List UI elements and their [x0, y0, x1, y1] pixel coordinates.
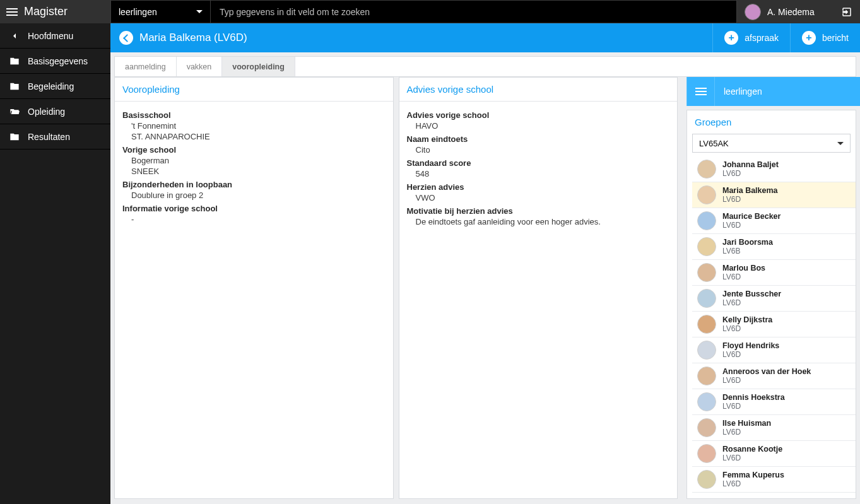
- plus-icon: +: [724, 31, 738, 45]
- field-label: Informatie vorige school: [122, 204, 386, 213]
- student-class: LV6D: [722, 298, 781, 307]
- student-row[interactable]: Maurice BeckerLV6D: [692, 208, 856, 233]
- student-row[interactable]: Dennis HoekstraLV6D: [692, 389, 856, 414]
- student-name: Anneroos van der Hoek: [722, 367, 811, 376]
- search-area: leerlingen: [110, 0, 737, 23]
- field-value: VWO: [416, 193, 670, 202]
- tab-vakken[interactable]: vakken: [177, 57, 223, 76]
- sidebar-item-label: Opleiding: [28, 107, 65, 117]
- student-row[interactable]: Ilse HuismanLV6D: [692, 414, 856, 440]
- field-label: Naam eindtoets: [407, 134, 670, 144]
- student-row[interactable]: Johanna BaljetLV6D: [692, 156, 856, 182]
- student-row[interactable]: Jente BusscherLV6D: [692, 285, 856, 311]
- field-label: Herzien advies: [407, 182, 670, 192]
- student-list[interactable]: Johanna BaljetLV6DMaria BalkemaLV6DMauri…: [692, 156, 856, 493]
- sidebar-item-label: Begeleiding: [28, 81, 74, 91]
- panel-advies: Advies vorige school Advies vorige schoo…: [399, 77, 678, 499]
- right-rail: leerlingen Groepen LV65AK Johanna Baljet…: [686, 77, 860, 499]
- student-name: Ilse Huisman: [722, 419, 771, 428]
- brand-name: Magister: [24, 5, 68, 18]
- avatar: [745, 4, 761, 20]
- tabs: aanmeldingvakkenvooropleiding: [114, 56, 856, 77]
- field-label: Basisschool: [122, 110, 386, 120]
- action-label: bericht: [822, 33, 849, 43]
- avatar: [697, 289, 716, 308]
- student-name: Marlou Bos: [722, 264, 765, 273]
- avatar: [697, 185, 716, 204]
- avatar: [697, 444, 716, 463]
- student-name: Johanna Baljet: [722, 160, 779, 169]
- student-row[interactable]: Kelly DijkstraLV6D: [692, 311, 856, 337]
- field-label: Motivatie bij herzien advies: [407, 206, 670, 216]
- student-class: LV6D: [722, 221, 780, 230]
- chevron-down-icon: [837, 142, 844, 145]
- avatar: [697, 392, 716, 411]
- student-row[interactable]: Rosanne KootjeLV6D: [692, 440, 856, 466]
- sidebar-item-begeleiding[interactable]: Begeleiding: [0, 74, 110, 99]
- field-value: De eindtoets gaf aanleiding voor een hog…: [416, 217, 670, 226]
- field-label: Standaard score: [407, 158, 670, 168]
- student-row[interactable]: Marlou BosLV6D: [692, 259, 856, 285]
- folder-icon: [9, 56, 20, 66]
- field-label: Bijzonderheden in loopbaan: [122, 180, 386, 189]
- groepen-card: Groepen LV65AK Johanna BaljetLV6DMaria B…: [686, 110, 856, 499]
- field-value: ST. ANNAPAROCHIE: [131, 132, 386, 141]
- field-label: Advies vorige school: [407, 110, 670, 120]
- main: Maria Balkema (LV6D) +afspraak+bericht a…: [110, 23, 860, 504]
- student-row[interactable]: Jari BoorsmaLV6B: [692, 233, 856, 259]
- student-name: Dennis Hoekstra: [722, 393, 785, 402]
- menu-icon[interactable]: [6, 8, 18, 16]
- student-name: Femma Kuperus: [722, 471, 784, 479]
- user-name: A. Miedema: [767, 7, 815, 17]
- sidebar-item-label: Basisgegevens: [28, 56, 88, 66]
- sidebar-item-basisgegevens[interactable]: Basisgegevens: [0, 49, 110, 74]
- field-value: 't Fonnemint: [131, 121, 386, 131]
- logout-icon[interactable]: [841, 6, 852, 18]
- group-select[interactable]: LV65AK: [692, 134, 851, 153]
- tab-vooropleiding[interactable]: vooropleiding: [222, 57, 295, 76]
- avatar: [697, 211, 716, 230]
- search-mode-dropdown[interactable]: leerlingen: [111, 1, 211, 23]
- student-row[interactable]: Maria BalkemaLV6D: [692, 182, 856, 208]
- page-title: Maria Balkema (LV6D): [139, 32, 247, 44]
- sidebar-item-label: Hoofdmenu: [28, 31, 73, 41]
- avatar: [697, 315, 716, 334]
- student-row[interactable]: Anneroos van der HoekLV6D: [692, 363, 856, 389]
- sidebar-item-label: Resultaten: [28, 132, 70, 142]
- avatar: [697, 366, 716, 385]
- user-area[interactable]: A. Miedema: [737, 0, 860, 23]
- student-row[interactable]: Femma KuperusLV6D: [692, 466, 856, 492]
- student-name: Jari Boorsma: [722, 238, 773, 247]
- sidebar-item-opleiding[interactable]: Opleiding: [0, 99, 110, 124]
- folder-icon: [9, 132, 20, 142]
- field-value: Bogerman: [131, 156, 386, 165]
- student-name: Kelly Dijkstra: [722, 315, 772, 324]
- sidebar: HoofdmenuBasisgegevensBegeleidingOpleidi…: [0, 23, 110, 504]
- back-button[interactable]: [119, 31, 133, 45]
- plus-icon: +: [802, 31, 816, 45]
- tab-aanmelding[interactable]: aanmelding: [115, 57, 177, 76]
- student-row[interactable]: Janna SchuhmacherLV6D: [692, 492, 856, 493]
- avatar: [697, 470, 716, 489]
- field-value: 548: [416, 169, 670, 179]
- action-label: afspraak: [745, 33, 779, 43]
- right-rail-toggle[interactable]: [687, 77, 715, 106]
- field-value: Doublure in groep 2: [131, 190, 386, 200]
- student-row[interactable]: Floyd HendriksLV6D: [692, 337, 856, 363]
- sidebar-item-hoofdmenu[interactable]: Hoofdmenu: [0, 23, 110, 49]
- afspraak-button[interactable]: +afspraak: [712, 23, 790, 52]
- student-name: Jente Busscher: [722, 290, 781, 298]
- search-input[interactable]: [211, 1, 736, 23]
- field-label: Vorige school: [122, 145, 386, 155]
- avatar: [697, 160, 716, 179]
- group-selected: LV65AK: [699, 139, 729, 148]
- brand-area[interactable]: Magister: [0, 0, 110, 23]
- field-value: Cito: [416, 145, 670, 155]
- panel-title: Advies vorige school: [399, 78, 678, 102]
- sidebar-item-resultaten[interactable]: Resultaten: [0, 124, 110, 149]
- topbar: Magister leerlingen A. Miedema: [0, 0, 860, 23]
- bericht-button[interactable]: +bericht: [790, 23, 860, 52]
- folder-icon: [9, 81, 20, 91]
- chevron-down-icon: [196, 10, 203, 13]
- avatar: [697, 237, 716, 256]
